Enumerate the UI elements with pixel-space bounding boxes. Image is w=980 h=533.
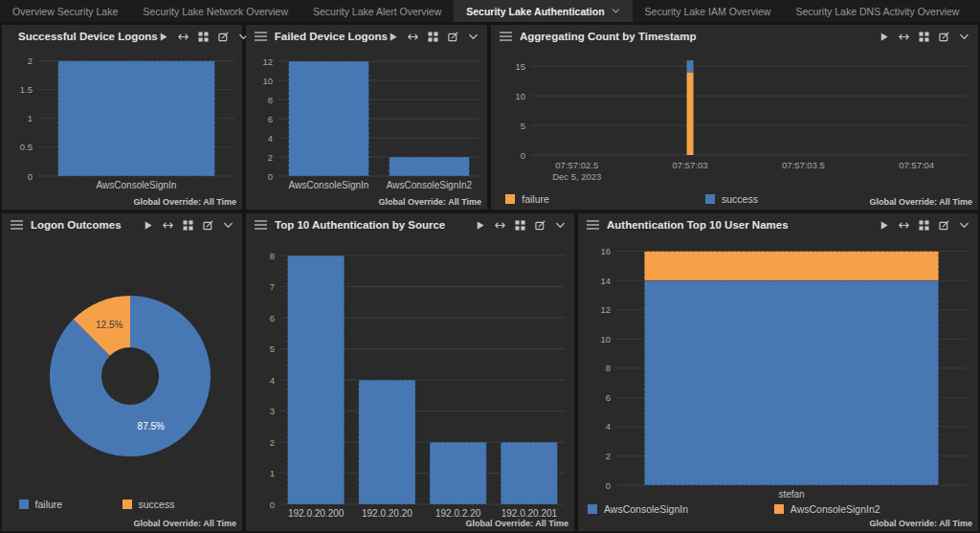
x-axis-tick: 07:57:03.5 xyxy=(782,160,825,170)
panel-action-arrows-horizontal-icon[interactable] xyxy=(899,220,909,231)
chevron-down-icon xyxy=(959,32,969,42)
x-axis-date-label: Dec 5, 2023 xyxy=(552,171,601,182)
panel-action-edit-icon[interactable] xyxy=(448,32,458,42)
bar-192-0-20-200[interactable] xyxy=(287,255,344,504)
tab-label: Overview Security Lake xyxy=(12,6,118,17)
panel-action-chevron-down-icon[interactable] xyxy=(959,32,969,42)
bar-192-0-20-20[interactable] xyxy=(359,380,415,504)
bar-192-0-2-20[interactable] xyxy=(430,442,486,504)
panel-action-play-icon[interactable] xyxy=(879,32,889,42)
panel-action-edit-icon[interactable] xyxy=(203,220,213,231)
panel-action-arrows-horizontal-icon[interactable] xyxy=(899,32,909,42)
legend-item-success[interactable]: success xyxy=(122,499,175,510)
time-bar-segment-success[interactable] xyxy=(687,60,694,72)
legend-item-success[interactable]: success xyxy=(705,193,758,205)
panel-action-expand-icon[interactable] xyxy=(919,32,929,42)
drag-handle-icon[interactable] xyxy=(255,220,267,230)
drag-handle-icon[interactable] xyxy=(255,32,267,41)
bar-segment-awsconsolesignin[interactable] xyxy=(644,280,938,485)
bar-awsconsolesignin2[interactable] xyxy=(390,157,470,176)
legend-item-failure[interactable]: failure xyxy=(505,193,549,205)
legend-label: failure xyxy=(522,193,549,205)
panel-action-expand-icon[interactable] xyxy=(198,32,209,42)
panel-action-play-icon[interactable] xyxy=(158,32,168,42)
tab-security-lake-alert-overview[interactable]: Security Lake Alert Overview xyxy=(301,0,454,22)
legend-item-awsconsolesignin2[interactable]: AwsConsoleSignIn2 xyxy=(774,503,880,515)
panel-action-edit-icon[interactable] xyxy=(218,32,229,42)
panel-action-chevron-down-icon[interactable] xyxy=(468,32,479,42)
drag-handle-icon[interactable] xyxy=(500,32,512,41)
drag-handle-icon[interactable] xyxy=(11,220,23,230)
y-axis-tick: 5 xyxy=(521,121,525,131)
y-axis-tick: 4 xyxy=(268,133,273,144)
y-axis-tick: 1 xyxy=(270,468,275,478)
x-axis-category: 192.0.20.200 xyxy=(288,508,345,518)
donut-slice-percentage: 12.5% xyxy=(96,320,122,330)
tab-security-lake-network-overview[interactable]: Security Lake Network Overview xyxy=(130,0,301,22)
x-axis-tick: 07:57:02.5 xyxy=(555,160,598,170)
drag-handle-icon[interactable] xyxy=(587,220,599,230)
tab-security-lake-dns-activity-overview[interactable]: Security Lake DNS Activity Overview xyxy=(783,0,971,22)
play-icon xyxy=(879,32,889,42)
y-axis-tick: 16 xyxy=(600,246,611,256)
chart-legend: failuresuccess xyxy=(2,499,242,514)
y-axis-tick: 2 xyxy=(606,451,611,461)
play-icon xyxy=(475,220,485,231)
panel-title: Aggregating Count by Timestamp xyxy=(520,31,696,42)
panel-title: Top 10 Authentication by Source xyxy=(275,219,445,231)
arrows-horizontal-icon xyxy=(495,220,505,231)
bar-svg: 012345678192.0.20.200192.0.20.20192.0.2.… xyxy=(246,236,574,518)
legend-label: failure xyxy=(35,499,63,510)
panel-action-expand-icon[interactable] xyxy=(428,32,438,42)
panel-header: Authentication Top 10 User Names xyxy=(578,213,978,236)
legend-label: success xyxy=(139,499,175,510)
panel-logon-outcomes: Logon Outcomes87.5%12.5%failuresuccessGl… xyxy=(2,213,242,531)
tab-security-lake-authentication[interactable]: Security Lake Authentication xyxy=(454,0,632,22)
legend-item-awsconsolesignin[interactable]: AwsConsoleSignIn xyxy=(588,503,688,515)
tab-bar: Overview Security LakeSecurity Lake Netw… xyxy=(0,0,980,22)
panel-authentication-top-10-user-names: Authentication Top 10 User Names02468101… xyxy=(578,213,978,531)
panel-action-edit-icon[interactable] xyxy=(939,220,949,231)
panel-action-arrows-horizontal-icon[interactable] xyxy=(408,32,418,42)
tab-overview-security-lake[interactable]: Overview Security Lake xyxy=(0,0,130,22)
panel-action-chevron-down-icon[interactable] xyxy=(223,220,234,231)
panel-action-edit-icon[interactable] xyxy=(939,32,949,42)
time-bar-segment-failure[interactable] xyxy=(687,72,694,155)
panel-action-play-icon[interactable] xyxy=(475,220,485,231)
legend-swatch xyxy=(505,194,515,204)
bar-awsconsolesignin[interactable] xyxy=(58,61,215,176)
panel-action-chevron-down-icon[interactable] xyxy=(959,220,969,231)
y-axis-tick: 12 xyxy=(262,56,273,67)
add-tab-button[interactable]: + xyxy=(971,0,980,22)
chart-bar: 012345678192.0.20.200192.0.20.20192.0.2.… xyxy=(246,236,574,518)
panel-action-play-icon[interactable] xyxy=(879,220,889,231)
panel-action-arrows-horizontal-icon[interactable] xyxy=(495,220,505,231)
y-axis-tick: 12 xyxy=(600,304,611,315)
play-icon xyxy=(143,220,153,231)
panel-action-chevron-down-icon[interactable] xyxy=(555,220,566,231)
panel-action-expand-icon[interactable] xyxy=(919,220,929,231)
chevron-down-icon xyxy=(555,220,566,231)
y-axis-tick: 8 xyxy=(606,363,611,373)
play-icon xyxy=(158,32,168,42)
bar-awsconsolesignin[interactable] xyxy=(289,61,369,176)
y-axis-tick: 6 xyxy=(268,114,273,124)
panel-action-expand-icon[interactable] xyxy=(515,220,525,231)
legend-item-failure[interactable]: failure xyxy=(19,499,63,510)
panel-action-play-icon[interactable] xyxy=(388,32,398,42)
bar-svg: 024681012AwsConsoleSignInAwsConsoleSignI… xyxy=(246,48,487,201)
expand-icon xyxy=(919,220,929,231)
bar-192-0-20-201[interactable] xyxy=(501,442,557,504)
panel-action-arrows-horizontal-icon[interactable] xyxy=(163,220,173,231)
expand-icon xyxy=(428,32,438,42)
bar-segment-awsconsolesignin2[interactable] xyxy=(644,252,938,281)
panel-title: Authentication Top 10 User Names xyxy=(607,219,789,231)
panel-action-arrows-horizontal-icon[interactable] xyxy=(178,32,189,42)
panel-header: Top 10 Authentication by Source xyxy=(246,213,574,236)
panel-action-edit-icon[interactable] xyxy=(535,220,546,231)
panel-action-play-icon[interactable] xyxy=(143,220,153,231)
tab-security-lake-iam-overview[interactable]: Security Lake IAM Overview xyxy=(633,0,784,22)
legend-swatch xyxy=(705,194,715,204)
panel-actions xyxy=(475,220,566,231)
panel-action-expand-icon[interactable] xyxy=(183,220,193,231)
